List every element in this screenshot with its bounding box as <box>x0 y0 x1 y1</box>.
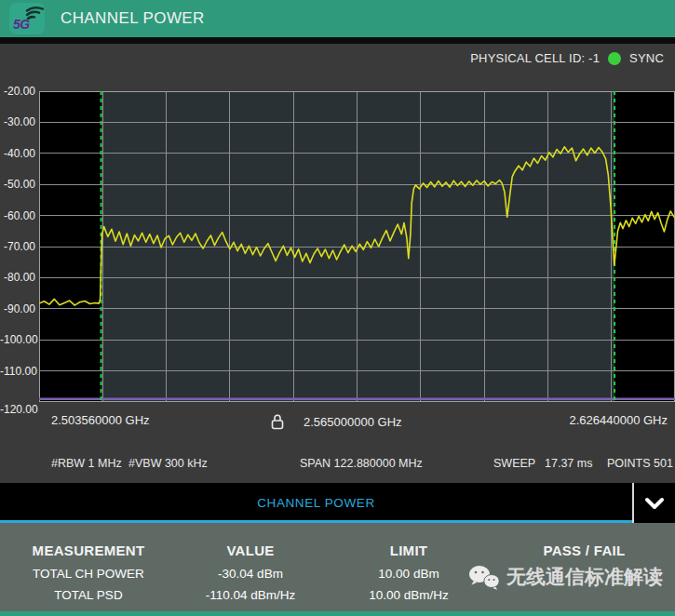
y-axis-tick-label: -30.00 <box>0 114 35 129</box>
vbw-setting: #VBW 300 kHz <box>128 457 208 470</box>
y-axis-tick-label: -120.00 <box>0 402 35 417</box>
watermark-text: 无线通信标准解读 <box>506 564 663 590</box>
points-setting: POINTS 501 <box>607 457 673 470</box>
row-total-psd-value: -110.04 dBm/Hz <box>177 584 324 606</box>
status-row: PHYSICAL CELL ID: -1 SYNC <box>470 51 664 65</box>
bottom-accent-bar <box>0 611 675 616</box>
y-axis-tick-label: -80.00 <box>0 270 35 285</box>
spectrum-plot <box>39 91 675 402</box>
row-total-ch-power-value: -30.04 dBm <box>177 563 324 584</box>
y-axis-tick-label: -110.00 <box>0 364 35 379</box>
stop-frequency-label: 2.626440000 GHz <box>569 413 668 427</box>
start-frequency-label: 2.503560000 GHz <box>51 413 150 427</box>
y-axis-tick-label: -20.00 <box>0 84 35 99</box>
sync-label: SYNC <box>629 51 664 65</box>
lock-icon[interactable] <box>270 413 285 431</box>
watermark: 无线通信标准解读 <box>468 564 663 590</box>
tab-channel-power[interactable]: CHANNEL POWER <box>0 483 632 523</box>
header-separator <box>0 37 675 44</box>
col-header-limit: LIMIT <box>324 538 493 563</box>
measurement-area: PHYSICAL CELL ID: -1 SYNC 2.503560000 GH… <box>0 44 675 483</box>
col-header-measurement: MEASUREMENT <box>0 538 177 563</box>
rbw-setting: #RBW 1 MHz <box>51 457 122 470</box>
span-setting: SPAN 122.880000 MHz <box>300 457 423 470</box>
row-total-ch-power-name: TOTAL CH POWER <box>0 563 177 584</box>
y-axis-tick-label: -70.00 <box>0 239 35 254</box>
sweep-settings-row: #RBW 1 MHz #VBW 300 kHz SPAN 122.880000 … <box>0 454 675 475</box>
expand-menu-button[interactable] <box>634 483 675 523</box>
physical-cell-id-label: PHYSICAL CELL ID: -1 <box>470 51 600 65</box>
col-header-value: VALUE <box>177 538 324 563</box>
tab-channel-power-label: CHANNEL POWER <box>257 496 375 510</box>
sweep-label: SWEEP <box>493 457 535 470</box>
page-title: CHANNEL POWER <box>61 9 205 28</box>
spectrum-plot-svg <box>39 91 675 402</box>
signal-arcs-icon <box>20 4 45 23</box>
y-axis-tick-label: -50.00 <box>0 177 35 192</box>
results-header-row: MEASUREMENT VALUE LIMIT PASS / FAIL <box>0 538 675 563</box>
y-axis-tick-label: -100.00 <box>0 332 35 347</box>
col-header-pass-fail: PASS / FAIL <box>493 538 675 563</box>
5g-app-logo: 5G <box>9 3 45 34</box>
center-frequency-label: 2.565000000 GHz <box>304 415 402 429</box>
y-axis-tick-label: -90.00 <box>0 301 35 316</box>
center-frequency-group: 2.565000000 GHz <box>270 410 402 433</box>
sweep-value: 17.37 ms <box>545 457 592 470</box>
wechat-icon <box>468 564 500 590</box>
frequency-axis-row: 2.503560000 GHz 2.565000000 GHz 2.626440… <box>0 410 675 433</box>
y-axis-tick-label: -40.00 <box>0 146 35 161</box>
sync-status-icon <box>608 52 621 65</box>
results-panel: MEASUREMENT VALUE LIMIT PASS / FAIL TOTA… <box>0 523 675 611</box>
measurement-tab-bar: CHANNEL POWER <box>0 483 675 523</box>
y-axis-tick-label: -60.00 <box>0 208 35 223</box>
app-header: 5G CHANNEL POWER <box>0 0 675 37</box>
chevron-down-icon <box>644 497 665 510</box>
row-total-psd-name: TOTAL PSD <box>0 584 177 606</box>
